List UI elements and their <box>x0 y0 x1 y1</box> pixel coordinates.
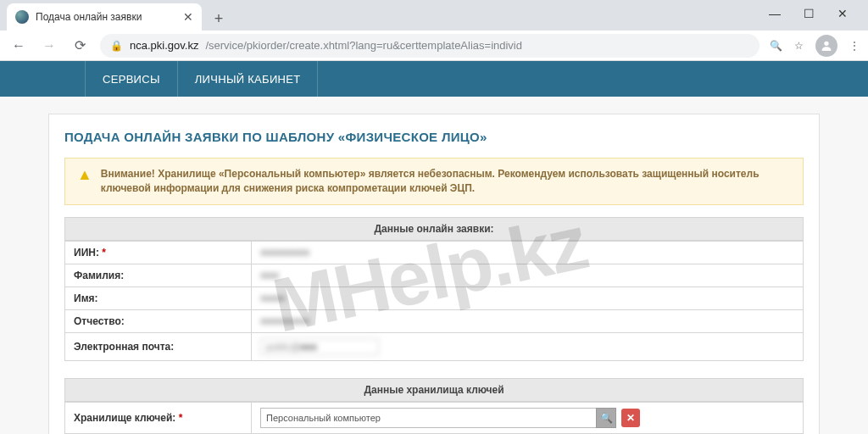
tab-title: Подача онлайн заявки <box>36 11 176 23</box>
warning-text: Внимание! Хранилище «Персональный компью… <box>101 167 791 196</box>
top-nav: СЕРВИСЫ ЛИЧНЫЙ КАБИНЕТ <box>0 61 868 97</box>
value-email: public@■■■ <box>252 332 804 360</box>
svg-point-0 <box>824 41 828 45</box>
url-host: nca.pki.gov.kz <box>130 39 198 52</box>
forward-icon: → <box>39 38 59 53</box>
label-firstname: Имя: <box>65 287 252 309</box>
favicon-icon <box>15 10 29 24</box>
profile-avatar[interactable] <box>815 35 837 57</box>
maximize-icon[interactable]: ☐ <box>797 2 821 25</box>
label-storage: Хранилище ключей: * <box>65 402 252 433</box>
url-path: /service/pkiorder/create.xhtml?lang=ru&c… <box>205 39 522 52</box>
star-icon[interactable]: ☆ <box>794 40 804 52</box>
menu-icon[interactable]: ⋮ <box>849 40 860 52</box>
nav-cabinet[interactable]: ЛИЧНЫЙ КАБИНЕТ <box>178 61 319 97</box>
label-iin: ИИН: * <box>65 241 252 264</box>
close-tab-icon[interactable]: ✕ <box>183 10 193 24</box>
nav-services[interactable]: СЕРВИСЫ <box>85 61 178 97</box>
back-icon[interactable]: ← <box>8 38 29 53</box>
new-tab-button[interactable]: + <box>207 7 231 31</box>
value-lastname: ■■■ <box>252 264 804 287</box>
request-data-table: ИИН: * ■■■■■■■■ Фамилия: ■■■ Имя: ■■■■ О… <box>64 241 804 361</box>
warning-alert: ▲ Внимание! Хранилище «Персональный комп… <box>64 158 804 205</box>
label-lastname: Фамилия: <box>65 264 252 287</box>
label-middlename: Отчество: <box>65 309 252 332</box>
value-middlename: ■■■■■■■■ <box>252 309 804 332</box>
zoom-icon[interactable]: 🔍 <box>770 40 782 52</box>
reload-icon[interactable]: ⟳ <box>70 37 90 53</box>
storage-input[interactable] <box>260 408 596 428</box>
value-firstname: ■■■■ <box>252 287 804 309</box>
page-title: ПОДАЧА ОНЛАЙН ЗАЯВКИ ПО ШАБЛОНУ «ФИЗИЧЕС… <box>64 130 804 144</box>
browser-tab[interactable]: Подача онлайн заявки ✕ <box>7 3 202 31</box>
search-storage-icon[interactable]: 🔍 <box>596 408 616 428</box>
main-content: ПОДАЧА ОНЛАЙН ЗАЯВКИ ПО ШАБЛОНУ «ФИЗИЧЕС… <box>48 114 820 434</box>
close-window-icon[interactable]: ✕ <box>831 2 854 25</box>
label-email: Электронная почта: <box>65 332 252 360</box>
section-header-request: Данные онлайн заявки: <box>64 217 804 241</box>
section-header-storage: Данные хранилища ключей <box>64 378 804 402</box>
lock-icon: 🔒 <box>110 40 123 52</box>
storage-table: Хранилище ключей: * 🔍 ✕ Путь к хранилищу… <box>64 402 804 434</box>
address-bar[interactable]: 🔒 nca.pki.gov.kz/service/pkiorder/create… <box>100 34 760 58</box>
warning-icon: ▲ <box>77 167 92 182</box>
clear-storage-button[interactable]: ✕ <box>621 409 640 427</box>
minimize-icon[interactable]: — <box>763 2 787 25</box>
value-iin: ■■■■■■■■ <box>252 241 804 264</box>
